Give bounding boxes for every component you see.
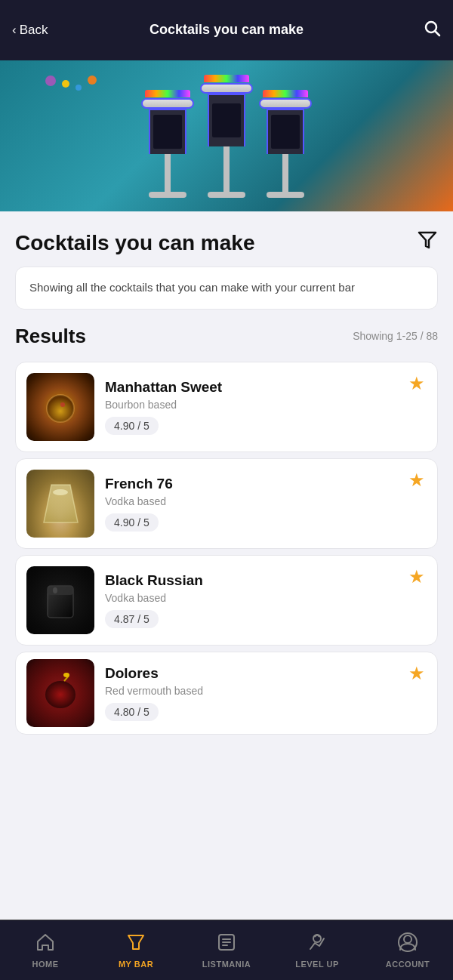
favorite-star-icon[interactable]: ★ bbox=[408, 373, 425, 394]
cocktail-name: Black Russian bbox=[105, 572, 427, 589]
nav-levelup[interactable]: LEVEL UP bbox=[272, 932, 362, 969]
favorite-star-icon[interactable]: ★ bbox=[408, 663, 425, 684]
cocktail-list: Manhattan Sweet Bourbon based 4.90 / 5 ★… bbox=[0, 362, 453, 735]
bar-stool-1 bbox=[141, 90, 194, 198]
results-header: Results Showing 1-25 / 88 bbox=[0, 310, 453, 356]
nav-account-label: ACCOUNT bbox=[386, 960, 430, 969]
stool-leg-3 bbox=[282, 154, 288, 192]
stool-back-1 bbox=[149, 109, 186, 154]
svg-point-22 bbox=[404, 935, 411, 943]
nav-account[interactable]: ACCOUNT bbox=[362, 932, 453, 969]
section-header: Cocktails you can make bbox=[0, 211, 453, 256]
nav-levelup-label: LEVEL UP bbox=[295, 960, 339, 969]
back-chevron-icon: ‹ bbox=[12, 23, 17, 38]
cocktail-base: Vodka based bbox=[105, 495, 427, 507]
cocktail-rating: 4.90 / 5 bbox=[105, 513, 159, 532]
stool-base-1 bbox=[149, 192, 186, 198]
hero-illustration bbox=[141, 75, 312, 198]
results-count: Showing 1-25 / 88 bbox=[353, 330, 438, 342]
results-title: Results bbox=[15, 325, 86, 348]
cocktail-base: Red vermouth based bbox=[105, 685, 427, 697]
bubble-orange bbox=[88, 76, 97, 85]
header: ‹ Back Cocktails you can make bbox=[0, 0, 453, 60]
cocktail-rating: 4.87 / 5 bbox=[105, 610, 159, 628]
svg-point-8 bbox=[53, 489, 68, 495]
stool-screen-2 bbox=[212, 103, 241, 137]
stool-seat-2 bbox=[200, 83, 253, 94]
svg-point-15 bbox=[63, 673, 69, 677]
cocktail-rating: 4.90 / 5 bbox=[105, 417, 159, 435]
stool-top-1 bbox=[145, 90, 190, 97]
nav-home[interactable]: HOME bbox=[0, 932, 91, 969]
bar-stool-3 bbox=[259, 90, 312, 198]
cocktail-card[interactable]: French 76 Vodka based 4.90 / 5 ★ bbox=[15, 458, 438, 549]
home-icon bbox=[35, 932, 55, 957]
header-title: Cocktails you can make bbox=[149, 21, 304, 39]
cocktail-base: Bourbon based bbox=[105, 399, 427, 411]
stool-base-2 bbox=[208, 192, 245, 198]
listmania-icon bbox=[217, 932, 236, 957]
main-content: Cocktails you can make Showing all the c… bbox=[0, 211, 453, 801]
stool-leg-1 bbox=[165, 154, 171, 192]
stool-top-3 bbox=[263, 90, 308, 97]
filter-button[interactable] bbox=[417, 230, 438, 256]
stool-back-3 bbox=[267, 109, 304, 154]
hero-decoration bbox=[45, 76, 97, 91]
svg-point-13 bbox=[45, 681, 76, 708]
cocktail-info: Black Russian Vodka based 4.87 / 5 bbox=[105, 572, 427, 628]
nav-listmania-label: LISTMANIA bbox=[202, 960, 251, 969]
cocktail-image bbox=[26, 373, 94, 441]
stool-back-2 bbox=[208, 94, 245, 146]
stool-seat-3 bbox=[259, 98, 312, 109]
stool-leg-2 bbox=[223, 146, 230, 192]
cocktail-rating: 4.80 / 5 bbox=[105, 703, 159, 721]
bubble-purple bbox=[45, 76, 56, 86]
info-text: Showing all the cocktails that you can m… bbox=[29, 279, 424, 297]
nav-listmania[interactable]: LISTMANIA bbox=[181, 932, 272, 969]
cocktail-card[interactable]: Dolores Red vermouth based 4.80 / 5 ★ bbox=[15, 652, 438, 735]
favorite-star-icon[interactable]: ★ bbox=[408, 470, 425, 491]
cocktail-info: French 76 Vodka based 4.90 / 5 bbox=[105, 476, 427, 532]
levelup-icon bbox=[307, 932, 327, 957]
svg-point-5 bbox=[60, 402, 65, 407]
stool-screen-3 bbox=[271, 115, 300, 149]
svg-rect-11 bbox=[48, 586, 73, 595]
bubble-blue bbox=[76, 85, 82, 91]
stool-base-3 bbox=[267, 192, 304, 198]
section-title: Cocktails you can make bbox=[15, 230, 254, 256]
cocktail-name: Dolores bbox=[105, 665, 427, 682]
cocktail-image bbox=[26, 470, 94, 538]
cocktail-image bbox=[26, 659, 94, 727]
svg-point-12 bbox=[53, 587, 57, 593]
cocktail-card[interactable]: Black Russian Vodka based 4.87 / 5 ★ bbox=[15, 555, 438, 646]
back-label: Back bbox=[20, 23, 48, 38]
stool-screen-1 bbox=[153, 115, 182, 149]
cocktail-card[interactable]: Manhattan Sweet Bourbon based 4.90 / 5 ★ bbox=[15, 362, 438, 452]
svg-marker-2 bbox=[419, 233, 436, 248]
bar-stool-2 bbox=[200, 75, 253, 198]
cocktail-base: Vodka based bbox=[105, 592, 427, 604]
nav-mybar[interactable]: MY BAR bbox=[91, 932, 181, 969]
stool-seat-1 bbox=[141, 98, 194, 109]
account-icon bbox=[398, 932, 418, 957]
svg-line-1 bbox=[436, 32, 440, 36]
cocktail-image bbox=[26, 566, 94, 634]
stool-top-2 bbox=[204, 75, 249, 82]
svg-marker-16 bbox=[128, 935, 143, 949]
cocktail-info: Dolores Red vermouth based 4.80 / 5 bbox=[105, 665, 427, 721]
nav-home-label: HOME bbox=[32, 960, 59, 969]
cocktail-name: Manhattan Sweet bbox=[105, 379, 427, 396]
svg-point-21 bbox=[313, 935, 321, 942]
cocktail-info: Manhattan Sweet Bourbon based 4.90 / 5 bbox=[105, 379, 427, 435]
bottom-navigation: HOME MY BAR LISTMANIA LEVE bbox=[0, 920, 453, 980]
info-box: Showing all the cocktails that you can m… bbox=[15, 267, 438, 310]
back-button[interactable]: ‹ Back bbox=[12, 23, 48, 38]
favorite-star-icon[interactable]: ★ bbox=[408, 566, 425, 587]
cocktail-name: French 76 bbox=[105, 476, 427, 492]
hero-banner bbox=[0, 60, 453, 211]
search-button[interactable] bbox=[423, 19, 441, 42]
bubble-yellow bbox=[62, 80, 69, 88]
mybar-icon bbox=[126, 932, 146, 957]
nav-mybar-label: MY BAR bbox=[119, 960, 153, 969]
